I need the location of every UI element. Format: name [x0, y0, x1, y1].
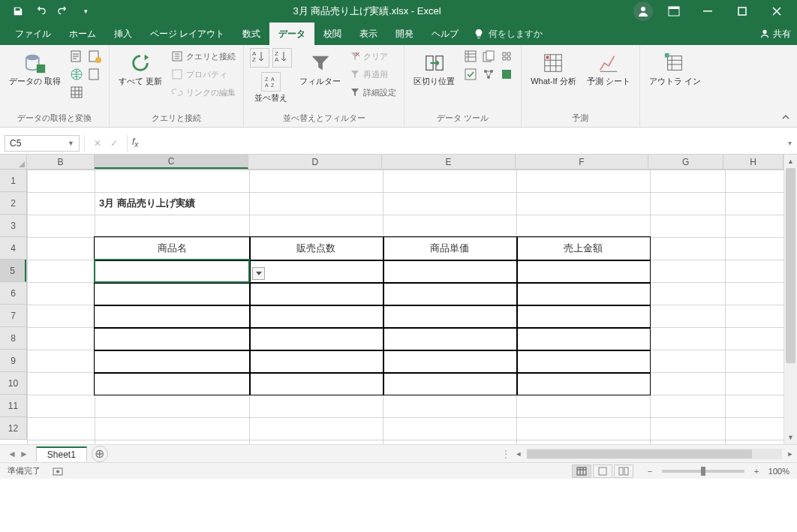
- consolidate-icon[interactable]: [498, 48, 515, 65]
- from-text-csv-icon[interactable]: [68, 48, 85, 65]
- account-avatar-icon[interactable]: [633, 2, 653, 21]
- row-header-4[interactable]: 4: [0, 237, 26, 260]
- minimize-button[interactable]: [690, 0, 725, 23]
- data-validation-icon[interactable]: [462, 66, 479, 83]
- ribbon-display-options-icon[interactable]: [663, 2, 684, 20]
- zoom-slider-handle[interactable]: [701, 467, 705, 476]
- sheet-tab-sheet1[interactable]: Sheet1: [36, 446, 87, 461]
- refresh-all-button[interactable]: すべて 更新: [116, 48, 165, 86]
- row-header-2[interactable]: 2: [0, 192, 26, 215]
- column-header-D[interactable]: D: [248, 155, 382, 169]
- sort-desc-button[interactable]: ZA: [272, 48, 292, 68]
- page-break-view-button[interactable]: [614, 464, 633, 478]
- forecast-sheet-button[interactable]: 予測 シート: [584, 48, 633, 86]
- filter-button[interactable]: フィルター: [296, 48, 344, 86]
- zoom-slider[interactable]: [662, 470, 744, 473]
- share-button[interactable]: 共有: [759, 28, 791, 41]
- expand-formula-bar-icon[interactable]: ▾: [782, 139, 797, 147]
- column-header-B[interactable]: B: [27, 155, 95, 169]
- column-header-F[interactable]: F: [516, 155, 649, 169]
- recent-sources-icon[interactable]: [86, 48, 103, 65]
- qat-customize-icon[interactable]: ▾: [77, 2, 95, 20]
- from-web-icon[interactable]: [68, 66, 85, 83]
- name-box[interactable]: C5 ▼: [5, 135, 80, 152]
- row-header-3[interactable]: 3: [0, 215, 26, 237]
- properties-button[interactable]: プロパティ: [170, 66, 237, 83]
- outline-button[interactable]: アウトラ イン: [646, 48, 704, 86]
- column-header-E[interactable]: E: [382, 155, 516, 169]
- remove-duplicates-icon[interactable]: [480, 48, 497, 65]
- relationships-icon[interactable]: [480, 66, 497, 83]
- edit-links-button[interactable]: リンクの編集: [170, 84, 237, 101]
- column-header-G[interactable]: G: [648, 155, 723, 169]
- text-to-columns-button[interactable]: 区切り位置: [411, 48, 458, 86]
- tab-view[interactable]: 表示: [350, 23, 386, 45]
- get-data-button[interactable]: データの 取得: [6, 48, 64, 86]
- data-validation-dropdown-button[interactable]: [252, 267, 265, 280]
- page-layout-view-button[interactable]: [593, 464, 612, 478]
- cancel-formula-icon[interactable]: ✕: [91, 138, 104, 149]
- queries-connections-button[interactable]: クエリと接続: [170, 48, 237, 65]
- tell-me-search[interactable]: 何をしますか: [474, 28, 543, 41]
- tab-split-handle[interactable]: ⋮: [501, 449, 507, 459]
- enter-formula-icon[interactable]: ✓: [107, 138, 121, 149]
- column-header-H[interactable]: H: [723, 155, 783, 169]
- sort-button[interactable]: ZAAZ 並べ替え: [250, 72, 292, 103]
- tab-data[interactable]: データ: [269, 23, 314, 45]
- zoom-out-button[interactable]: −: [644, 467, 656, 476]
- tab-nav-next-icon[interactable]: ►: [20, 449, 29, 459]
- column-header-C[interactable]: C: [95, 155, 249, 169]
- maximize-button[interactable]: [725, 0, 759, 23]
- row-header-7[interactable]: 7: [0, 305, 26, 327]
- queries-icon: [171, 50, 183, 62]
- collapse-ribbon-button[interactable]: [780, 45, 797, 127]
- tab-page-layout[interactable]: ページ レイアウト: [141, 23, 233, 45]
- row-header-10[interactable]: 10: [0, 372, 26, 395]
- new-sheet-button[interactable]: ⊕: [92, 446, 108, 462]
- save-icon[interactable]: [9, 2, 27, 20]
- scroll-right-icon[interactable]: ►: [783, 450, 797, 458]
- vertical-scroll-thumb[interactable]: [786, 168, 795, 363]
- undo-icon[interactable]: [32, 2, 50, 20]
- horizontal-scroll-thumb[interactable]: [527, 449, 752, 458]
- normal-view-button[interactable]: [572, 464, 591, 478]
- select-all-corner[interactable]: [0, 155, 27, 170]
- macro-record-icon[interactable]: [53, 466, 63, 476]
- grid[interactable]: BCDEFGH 3月 商品売り上げ実績 商品名 販売点数 商品単価 売上金額: [27, 155, 783, 444]
- tab-review[interactable]: 校閲: [314, 23, 350, 45]
- redo-icon[interactable]: [54, 2, 72, 20]
- row-header-5[interactable]: 5: [0, 260, 26, 282]
- existing-connections-icon[interactable]: [86, 66, 103, 83]
- scroll-up-icon[interactable]: ▲: [784, 155, 797, 168]
- advanced-filter-button[interactable]: 詳細設定: [348, 84, 398, 101]
- horizontal-scrollbar[interactable]: ⋮ ◄ ►: [497, 445, 797, 462]
- close-button[interactable]: [759, 0, 794, 23]
- vertical-scrollbar[interactable]: ▲ ▼: [783, 155, 797, 444]
- row-header-9[interactable]: 9: [0, 350, 26, 372]
- clear-filter-button[interactable]: クリア: [348, 48, 398, 65]
- row-header-6[interactable]: 6: [0, 282, 26, 305]
- scroll-down-icon[interactable]: ▼: [784, 431, 797, 444]
- from-table-range-icon[interactable]: [68, 84, 85, 101]
- scroll-left-icon[interactable]: ◄: [512, 450, 525, 458]
- tab-help[interactable]: ヘルプ: [423, 23, 468, 45]
- row-header-11[interactable]: 11: [0, 395, 26, 417]
- name-box-dropdown-icon[interactable]: ▼: [68, 140, 74, 147]
- tab-formulas[interactable]: 数式: [233, 23, 269, 45]
- tab-file[interactable]: ファイル: [6, 23, 60, 45]
- tab-developer[interactable]: 開発: [386, 23, 423, 45]
- row-header-12[interactable]: 12: [0, 417, 26, 440]
- insert-function-button[interactable]: fx: [128, 137, 143, 149]
- tab-home[interactable]: ホーム: [60, 23, 105, 45]
- tab-insert[interactable]: 挿入: [105, 23, 141, 45]
- tab-nav-prev-icon[interactable]: ◄: [8, 449, 17, 459]
- row-header-1[interactable]: 1: [0, 170, 26, 192]
- reapply-button[interactable]: 再適用: [348, 66, 398, 83]
- manage-data-model-icon[interactable]: [498, 66, 515, 83]
- zoom-percentage[interactable]: 100%: [768, 467, 789, 476]
- sort-asc-button[interactable]: AZ: [250, 48, 269, 68]
- what-if-analysis-button[interactable]: What-If 分析: [528, 48, 579, 86]
- zoom-in-button[interactable]: +: [750, 467, 762, 476]
- flash-fill-icon[interactable]: [462, 48, 479, 65]
- row-header-8[interactable]: 8: [0, 327, 26, 350]
